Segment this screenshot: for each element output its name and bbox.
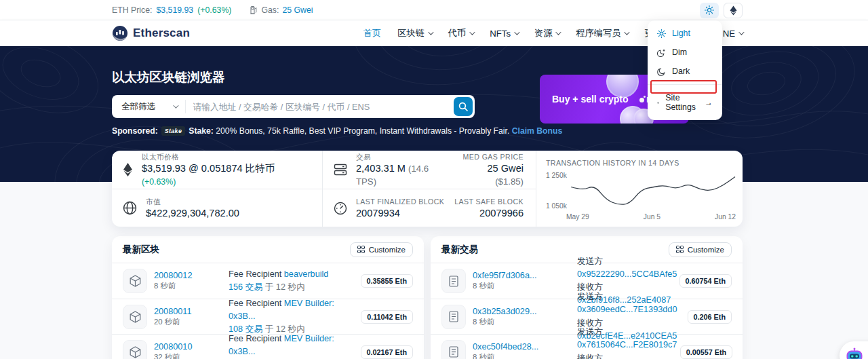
eth-price-stat-label: 以太币价格 [142,152,310,162]
from-label: 发送方 [577,327,603,337]
nav-partially-hidden-item[interactable]: NE [723,29,743,39]
nav-developers[interactable]: 程序编写员 [576,27,628,39]
med-gas-value[interactable]: 25 Gwei ($1.85) [458,162,524,187]
gear-icon [657,98,659,107]
document-icon [441,305,466,329]
chevron-down-icon [428,29,433,35]
moon-icon [657,67,666,76]
transactions-label: 交易 [356,152,449,162]
brand-name: Etherscan [133,26,190,40]
chart-xtick-2: Jun 5 [644,213,660,221]
latest-transactions-panel: 最新交易 Customize 0xfe95f7d306a... 8 秒前 [431,236,743,359]
site-settings-menu-item[interactable]: Site Settings → [648,88,722,117]
theme-option-dark[interactable]: Dark [648,62,722,81]
search-filter-select[interactable]: 全部筛选 [112,95,185,118]
tx-value-badge[interactable]: 0.206 Eth [688,310,732,324]
eth-price-stat-value[interactable]: $3,519.93 @ 0.051874 比特币 (+0.63%) [142,162,310,187]
finalized-block-value[interactable]: 20079934 [356,207,444,219]
chart-line [569,173,737,211]
etherscan-logo-icon [112,25,128,41]
latest-transactions-title: 最新交易 [441,244,478,256]
tx-value-badge[interactable]: 0.00557 Eth [680,345,732,359]
chart-xtick-3: Jun 12 [715,213,736,221]
tx-hash-link[interactable]: 0xfe95f7d306a... [473,271,537,280]
robot-icon [846,347,863,359]
block-reward-badge[interactable]: 0.35855 Eth [361,274,413,288]
stats-col-price: 以太币价格 $3,519.93 @ 0.051874 比特币 (+0.63%) … [112,151,322,227]
nav-tokens[interactable]: 代币 [448,27,473,39]
chevron-down-icon [738,29,744,35]
network-stats-card: 以太币价格 $3,519.93 @ 0.051874 比特币 (+0.63%) … [112,151,743,227]
claim-bonus-link[interactable]: Claim Bonus [512,126,563,136]
site-header: Etherscan 首页 区块链 代币 NFTs 资源 程序编写员 更多 NE [0,20,868,46]
topbar: ETH Price: $3,519.93 (+0.63%) Gas: 25 Gw… [0,0,868,20]
blocks-customize-button[interactable]: Customize [350,242,413,257]
block-row: 20080012 8 秒前 Fee Recipient beaverbuild … [112,263,424,299]
gas-pump-icon [250,6,258,14]
market-cap-value[interactable]: $422,929,304,782.00 [146,207,239,219]
moonpay-logo-icon [639,98,644,102]
from-label: 发送方 [577,292,603,301]
theme-option-dim[interactable]: Dim [648,43,722,62]
transaction-row: 0xec50f4bed28... 8 秒前 发送方 0x7615064C...F… [431,334,743,359]
chevron-down-icon [514,29,519,35]
tx-hash-link[interactable]: 0x3b25a3d029... [473,307,537,316]
arrow-right-icon: → [705,98,713,107]
block-cube-icon [123,269,147,293]
chart-xtick-1: May 29 [566,213,589,221]
block-txns-link[interactable]: 156 交易 [229,282,262,292]
theme-option-light[interactable]: Light [648,24,722,43]
fee-recipient-link[interactable]: beaverbuild [284,269,329,279]
nav-blockchain[interactable]: 区块链 [397,27,432,39]
med-gas-label: MED GAS PRICE [458,152,524,162]
divider [648,84,722,85]
from-address-link[interactable]: 0x3609eedC...7E1393dd0 [577,305,677,314]
from-address-link[interactable]: 0x95222290...5CC4BAfe5 [577,269,677,279]
sun-icon [705,5,714,15]
block-number-link[interactable]: 20080010 [154,342,192,352]
transactions-value[interactable]: 2,403.31 M (14.6 TPS) [356,162,449,187]
eth-price-value[interactable]: $3,519.93 [156,5,193,15]
med-gas-usd: ($1.85) [495,176,524,187]
block-number-link[interactable]: 20080012 [154,271,192,280]
search-bar: 全部筛选 [112,95,475,118]
from-label: 发送方 [577,257,603,266]
chevron-down-icon [469,29,475,35]
block-cube-icon [123,340,147,359]
to-label: 接收方 [577,354,603,359]
fee-recipient-label: Fee Recipient [229,299,281,308]
nav-nfts[interactable]: NFTs [490,29,518,39]
nav-resources[interactable]: 资源 [534,27,559,39]
server-icon [334,163,347,176]
etherscan-logo[interactable]: Etherscan [112,25,190,41]
tx-age: 8 秒前 [473,281,537,291]
block-reward-badge[interactable]: 0.02167 Eth [361,345,413,359]
fee-recipient-label: Fee Recipient [229,269,281,279]
grid-icon [357,246,365,253]
block-duration: 于 12 秒内 [265,282,305,292]
sponsor-text: 200% Bonus, 75k Raffle, Best VIP Program… [216,126,509,136]
block-number-link[interactable]: 20080011 [154,307,192,316]
safe-block-value[interactable]: 20079966 [454,207,524,219]
latest-blocks-panel: 最新区块 Customize 20080012 8 秒前 [112,236,424,359]
chart-ytick-top: 1 250k [546,172,567,179]
block-cube-icon [123,305,147,329]
nav-home[interactable]: 首页 [363,27,381,39]
search-button[interactable] [454,97,473,116]
stats-col-transactions: 交易 2,403.31 M (14.6 TPS) MED GAS PRICE 2… [322,151,536,227]
market-cap-label: 市值 [146,197,239,207]
document-icon [441,269,466,293]
tx-value-badge[interactable]: 0.60754 Eth [679,274,732,288]
from-address-link[interactable]: 0x7615064C...F2E8019c7 [577,340,677,349]
network-selector-button[interactable] [724,3,743,18]
search-input[interactable] [186,102,454,112]
eth-price-change: (+0.63%) [197,5,231,15]
tx-hash-link[interactable]: 0xec50f4bed28... [473,342,538,352]
block-age: 20 秒前 [154,317,192,327]
gas-value[interactable]: 25 Gwei [282,5,313,15]
sun-icon [657,29,666,38]
eth-price-stat-change: (+0.63%) [142,177,176,187]
block-reward-badge[interactable]: 0.11042 Eth [361,310,413,324]
document-icon [441,340,466,359]
theme-toggle-button[interactable] [700,3,719,18]
